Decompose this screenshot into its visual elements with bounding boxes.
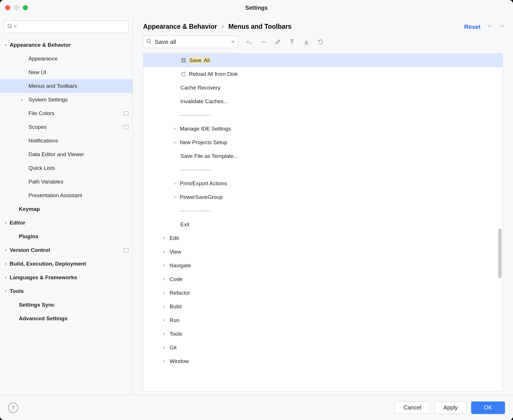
chevron-down-icon[interactable] xyxy=(3,42,9,48)
chevron-right-icon[interactable] xyxy=(3,220,9,226)
menu-item[interactable]: New Projects Setup xyxy=(143,136,502,149)
menu-item-label: Edit xyxy=(170,235,179,241)
ok-button[interactable]: OK xyxy=(471,401,505,414)
move-down-icon[interactable] xyxy=(303,38,310,46)
sidebar-item[interactable]: Build, Execution, Deployment xyxy=(0,257,133,271)
chevron-right-icon[interactable] xyxy=(161,358,167,364)
sidebar-search-input[interactable] xyxy=(20,24,125,30)
sidebar-item[interactable]: New UI xyxy=(0,66,133,79)
menu-item[interactable]: Exit xyxy=(143,218,502,231)
menu-item[interactable]: Print/Export Actions xyxy=(143,177,502,190)
menu-separator[interactable]: ------------- xyxy=(143,204,502,218)
sidebar-item[interactable]: System Settings xyxy=(0,93,133,107)
chevron-right-icon[interactable] xyxy=(3,275,9,280)
sidebar-item[interactable]: Quick Lists xyxy=(0,161,133,175)
clear-filter-icon[interactable]: ✕ xyxy=(231,39,235,45)
reset-button[interactable]: Reset xyxy=(464,23,481,30)
sidebar-item[interactable]: Data Editor and Viewer xyxy=(0,148,133,161)
close-window-icon[interactable] xyxy=(5,5,10,10)
add-action-icon[interactable] xyxy=(246,38,253,46)
back-icon[interactable] xyxy=(487,23,494,30)
menu-separator[interactable]: ------------- xyxy=(143,163,502,177)
menu-item[interactable]: Window xyxy=(143,354,502,368)
sidebar-item[interactable]: Keymap xyxy=(0,202,133,216)
chevron-right-icon[interactable] xyxy=(172,194,178,200)
menu-item[interactable]: Tools xyxy=(143,327,502,341)
menu-item[interactable]: Git xyxy=(143,341,502,354)
help-icon[interactable]: ? xyxy=(8,403,18,413)
menu-item[interactable]: Cache Recovery xyxy=(143,81,502,95)
menu-item[interactable]: Manage IDE Settings xyxy=(143,122,502,136)
minimize-window-icon[interactable] xyxy=(14,5,19,10)
menu-item[interactable]: PowerSaveGroup xyxy=(143,190,502,204)
search-dropdown-icon[interactable] xyxy=(12,23,18,30)
menu-item[interactable]: Save File as Template... xyxy=(143,149,502,163)
filter-input[interactable] xyxy=(155,38,231,45)
sidebar-search[interactable] xyxy=(4,21,129,33)
chevron-right-icon[interactable] xyxy=(161,290,167,296)
chevron-right-icon[interactable] xyxy=(19,97,25,103)
sidebar-item[interactable]: Notifications xyxy=(0,134,133,148)
chevron-right-icon[interactable] xyxy=(3,288,9,294)
menu-tree[interactable]: Save AllReload All from DiskCache Recove… xyxy=(143,53,503,392)
chevron-right-icon[interactable] xyxy=(172,181,178,186)
chevron-right-icon[interactable] xyxy=(161,263,167,268)
menu-item[interactable]: Build xyxy=(143,300,502,313)
menu-item[interactable]: Edit xyxy=(143,231,502,245)
chevron-right-icon[interactable] xyxy=(3,247,9,253)
menu-item[interactable]: Save All xyxy=(143,54,502,67)
sidebar-item-label: Quick Lists xyxy=(28,165,55,171)
edit-action-icon[interactable] xyxy=(274,38,282,46)
chevron-right-icon[interactable] xyxy=(172,140,178,145)
sidebar-item-label: Languages & Frameworks xyxy=(10,274,77,281)
sidebar-item[interactable]: Scopes xyxy=(0,120,133,134)
sidebar-item[interactable]: Languages & Frameworks xyxy=(0,271,133,284)
chevron-right-icon[interactable] xyxy=(161,249,167,255)
project-scope-icon xyxy=(123,248,129,252)
sidebar-item[interactable]: Appearance xyxy=(0,52,133,66)
sidebar-item-label: Path Variables xyxy=(28,179,63,185)
menu-item[interactable]: View xyxy=(143,245,502,259)
sidebar-item-label: Scopes xyxy=(28,124,46,130)
sidebar-item[interactable]: Advanced Settings xyxy=(0,312,133,325)
chevron-right-icon[interactable] xyxy=(161,331,167,337)
sidebar-item[interactable]: Plugins xyxy=(0,230,133,243)
menu-item[interactable]: Reload All from Disk xyxy=(143,67,502,81)
chevron-right-icon[interactable] xyxy=(161,304,167,309)
menu-item-label: Code xyxy=(170,276,182,282)
chevron-right-icon[interactable] xyxy=(161,317,167,323)
sidebar-item[interactable]: Path Variables xyxy=(0,175,133,189)
sidebar-item[interactable]: Presentation Assistant xyxy=(0,189,133,202)
filter-box[interactable]: ✕ xyxy=(143,36,238,48)
cancel-button[interactable]: Cancel xyxy=(395,401,430,414)
menu-item[interactable]: Invalidate Caches... xyxy=(143,95,502,108)
zoom-window-icon[interactable] xyxy=(23,5,28,10)
move-up-icon[interactable] xyxy=(288,38,296,46)
chevron-right-icon[interactable] xyxy=(3,261,9,267)
sidebar-item[interactable]: File Colors xyxy=(0,107,133,120)
sidebar-item[interactable]: Tools xyxy=(0,284,133,298)
menu-item[interactable]: Code xyxy=(143,272,502,286)
sidebar-item[interactable]: Appearance & Behavior xyxy=(0,38,133,52)
sidebar-item[interactable]: Settings Sync xyxy=(0,298,133,312)
menu-item[interactable]: Refactor xyxy=(143,286,502,300)
menu-item[interactable]: Navigate xyxy=(143,259,502,272)
apply-button[interactable]: Apply xyxy=(435,401,467,414)
sidebar-item-label: Appearance xyxy=(28,56,58,62)
menu-item[interactable]: Run xyxy=(143,313,502,327)
chevron-right-icon[interactable] xyxy=(172,126,178,132)
sidebar-item[interactable]: Editor xyxy=(0,216,133,230)
menu-item-label: ------------- xyxy=(180,208,211,214)
menu-item-label: New Projects Setup xyxy=(180,139,227,146)
chevron-right-icon[interactable] xyxy=(161,345,167,350)
scrollbar-thumb[interactable] xyxy=(498,229,502,278)
chevron-right-icon[interactable] xyxy=(161,235,167,241)
forward-icon[interactable] xyxy=(498,23,504,30)
menu-separator[interactable]: ------------- xyxy=(143,108,502,122)
revert-icon[interactable] xyxy=(317,38,324,46)
sidebar-item-label: Editor xyxy=(10,220,25,226)
sidebar-item[interactable]: Version Control xyxy=(0,243,133,257)
sidebar-item[interactable]: Menus and Toolbars xyxy=(0,79,133,93)
chevron-right-icon[interactable] xyxy=(161,276,167,282)
remove-action-icon[interactable] xyxy=(260,38,267,46)
